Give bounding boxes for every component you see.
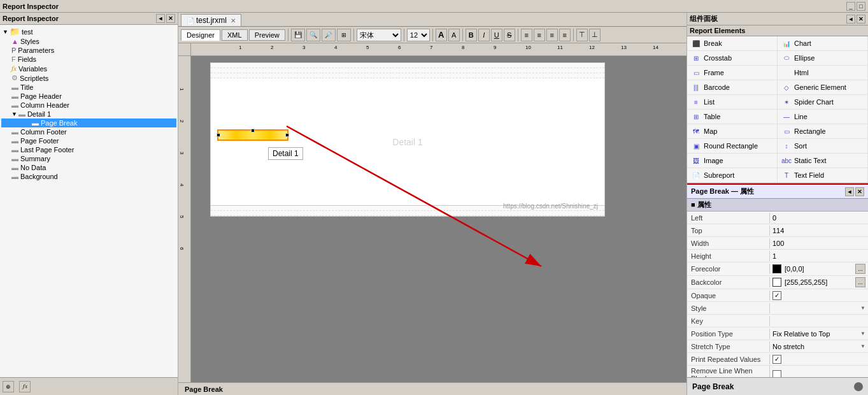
- props-key: Top: [687, 226, 770, 236]
- toolbar-btn-zoom-out[interactable]: 🔎: [322, 29, 336, 41]
- size-select[interactable]: 12: [407, 29, 430, 41]
- tree-item-styles[interactable]: ▲ Styles: [1, 37, 176, 46]
- tree-item-scriptlets[interactable]: ⚙ Scriptlets: [1, 73, 176, 83]
- file-tab-test[interactable]: 📄 test.jrxml ✕: [181, 14, 241, 26]
- props-key: Opaque: [687, 291, 770, 301]
- tree-item-parameters[interactable]: P Parameters: [1, 46, 176, 55]
- comp-item-ellipse[interactable]: ⬭Ellipse: [778, 51, 868, 66]
- props-val[interactable]: [255,255,255]...: [770, 276, 868, 289]
- tree-item-background[interactable]: ▬ Background: [1, 172, 176, 181]
- comp-item-subreport[interactable]: 📄Subreport: [687, 168, 778, 183]
- checkbox[interactable]: [772, 370, 781, 377]
- minimize-btn[interactable]: _: [846, 2, 855, 11]
- comp-icon: ✶: [781, 97, 792, 107]
- comp-item-generic-element[interactable]: ◇Generic Element: [778, 80, 868, 95]
- comp-icon: 🗺: [691, 126, 701, 136]
- left-bottom-icon1[interactable]: ⊕: [3, 381, 14, 392]
- toolbar-btn-align-center[interactable]: ≡: [534, 29, 545, 41]
- toolbar-btn-align-right[interactable]: ≡: [546, 29, 558, 41]
- props-footer-circle: [854, 382, 863, 391]
- comp-item-html[interactable]: Html: [778, 66, 868, 80]
- tree-item-test[interactable]: ▼ 📁 test: [1, 26, 176, 37]
- comp-item-text-field[interactable]: TText Field: [778, 168, 868, 183]
- tab-preview[interactable]: Preview: [249, 29, 285, 41]
- comp-item-break[interactable]: ⬛Break: [687, 36, 778, 51]
- tree-item-page-header[interactable]: ▬ Page Header: [1, 92, 176, 101]
- checkbox[interactable]: ✓: [772, 355, 781, 364]
- color-edit-btn[interactable]: ...: [855, 277, 865, 287]
- file-tab-close[interactable]: ✕: [231, 17, 236, 24]
- tree-item-last-page-footer[interactable]: ▬ Last Page Footer: [1, 145, 176, 154]
- tree-item-variables[interactable]: 𝑓𝑥 Variables: [1, 64, 176, 73]
- tree-item-column-footer[interactable]: ▬ Column Footer: [1, 127, 176, 136]
- tab-xml[interactable]: XML: [222, 29, 248, 41]
- tree-item-detail1[interactable]: ▼ ▬ Detail 1: [1, 110, 176, 118]
- props-pin-btn[interactable]: ◄: [845, 187, 854, 196]
- detail-band: Detail 1 Detail 1: [211, 78, 604, 206]
- checkbox[interactable]: ✓: [772, 291, 781, 300]
- components-grid: ⬛Break📊Chart⊞Crosstab⬭Ellipse▭FrameHtml|…: [687, 36, 868, 183]
- toolbar-btn-mid-align[interactable]: ⊥: [589, 29, 601, 41]
- tab-designer[interactable]: Designer: [181, 29, 220, 41]
- expand-detail-icon: ▼: [11, 111, 17, 117]
- comp-item-map[interactable]: 🗺Map: [687, 124, 778, 139]
- tree-item-page-footer[interactable]: ▬ Page Footer: [1, 136, 176, 145]
- comp-item-chart[interactable]: 📊Chart: [778, 36, 868, 51]
- tree-label-variables: Variables: [18, 65, 47, 73]
- comp-item-round-rectangle[interactable]: ▣Round Rectangle: [687, 139, 778, 154]
- comp-item-image[interactable]: 🖼Image: [687, 154, 778, 168]
- comp-item-barcode[interactable]: |||Barcode: [687, 80, 778, 95]
- toolbar-btn-italic[interactable]: I: [478, 29, 490, 41]
- left-panel-pin-btn[interactable]: ◄: [156, 14, 165, 23]
- comp-item-list[interactable]: ≡List: [687, 95, 778, 110]
- props-val[interactable]: ▼: [770, 304, 868, 312]
- tree-item-title[interactable]: ▬ Title: [1, 83, 176, 92]
- tree-item-no-data[interactable]: ▬ No Data: [1, 163, 176, 172]
- toolbar-btn-bold[interactable]: B: [466, 29, 477, 41]
- tree-item-column-header[interactable]: ▬ Column Header: [1, 101, 176, 110]
- comp-item-crosstab[interactable]: ⊞Crosstab: [687, 51, 778, 66]
- ruler-vertical: 1 2 3 4 5 6: [178, 56, 191, 382]
- props-close-btn[interactable]: ✕: [855, 187, 864, 196]
- font-select[interactable]: 宋体: [357, 29, 401, 41]
- props-val[interactable]: No stretch▼: [770, 341, 868, 352]
- props-val[interactable]: [770, 369, 868, 377]
- toolbar-btn-underline[interactable]: U: [491, 29, 502, 41]
- props-val[interactable]: ✓: [770, 290, 868, 301]
- left-bottom-icon2[interactable]: 𝑓𝑥: [19, 381, 31, 392]
- report-page: Detail 1 Detail 1 https://blog.csdn.net/…: [210, 62, 605, 217]
- right-panel-pin-btn[interactable]: ◄: [846, 15, 855, 24]
- color-edit-btn[interactable]: ...: [855, 264, 865, 274]
- band-icon-ph: ▬: [11, 92, 18, 100]
- comp-item-frame[interactable]: ▭Frame: [687, 66, 778, 80]
- toolbar-btn-top-align[interactable]: ⊤: [576, 29, 588, 41]
- toolbar-btn-strike[interactable]: S: [504, 29, 515, 41]
- toolbar-btn-align-left[interactable]: ≡: [521, 29, 532, 41]
- tree-item-page-break[interactable]: ▬ Page Break: [1, 118, 176, 127]
- comp-item-line[interactable]: —Line: [778, 110, 868, 124]
- tree-item-fields[interactable]: F Fields: [1, 55, 176, 64]
- toolbar-btn-save[interactable]: 💾: [291, 29, 305, 41]
- page-break-element[interactable]: [217, 129, 288, 141]
- comp-item-rectangle[interactable]: ▭Rectangle: [778, 124, 868, 139]
- comp-item-sort[interactable]: ↕Sort: [778, 139, 868, 154]
- props-val[interactable]: [0,0,0]...: [770, 262, 868, 275]
- maximize-btn[interactable]: □: [857, 2, 865, 11]
- tree-item-summary[interactable]: ▬ Summary: [1, 154, 176, 163]
- props-val: 114: [770, 226, 868, 236]
- toolbar-btn-a-small[interactable]: A: [448, 29, 460, 41]
- right-panel-close-btn[interactable]: ✕: [857, 15, 865, 24]
- props-val[interactable]: Fix Relative to Top▼: [770, 329, 868, 339]
- comp-item-spider-chart[interactable]: ✶Spider Chart: [778, 95, 868, 110]
- comp-item-static-text[interactable]: abcStatic Text: [778, 154, 868, 168]
- toolbar-btn-zoom-reset[interactable]: ⊞: [337, 29, 351, 41]
- comp-item-table[interactable]: ⊞Table: [687, 110, 778, 124]
- file-tab-icon: 📄: [187, 17, 194, 24]
- ruler-corner: [178, 43, 191, 56]
- props-val[interactable]: ✓: [770, 354, 868, 365]
- toolbar-btn-align-justify[interactable]: ≡: [559, 29, 571, 41]
- left-panel-close-btn[interactable]: ✕: [166, 14, 175, 23]
- toolbar-btn-zoom-in[interactable]: 🔍: [306, 29, 320, 41]
- detail-watermark-text: Detail 1: [392, 137, 422, 147]
- toolbar-btn-A-big[interactable]: A: [436, 29, 447, 41]
